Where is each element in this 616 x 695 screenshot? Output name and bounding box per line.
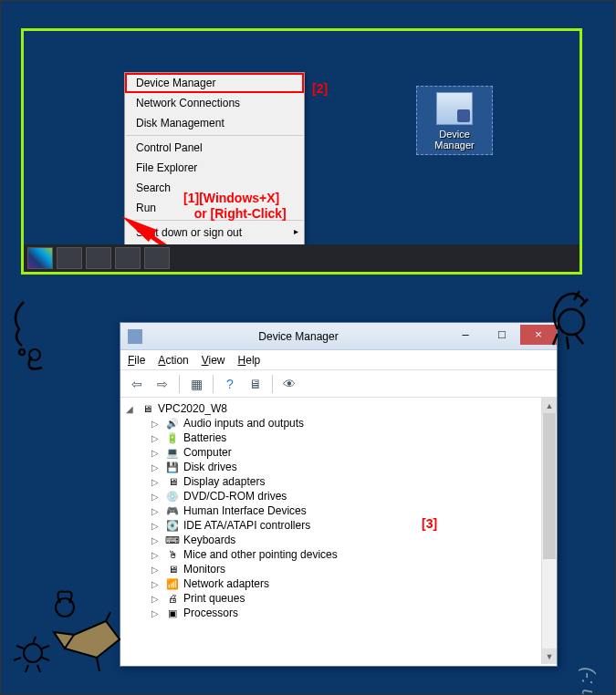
menu-file[interactable]: File bbox=[128, 354, 145, 367]
expand-icon[interactable]: ▷ bbox=[151, 462, 162, 472]
show-hidden-button[interactable]: 👁 bbox=[278, 373, 300, 395]
device-category-icon: 🖥 bbox=[165, 563, 180, 576]
device-category-icon: 📶 bbox=[165, 577, 180, 590]
back-button[interactable]: ⇦ bbox=[126, 373, 148, 395]
tree-node[interactable]: ▷💾Disk drives bbox=[126, 460, 551, 474]
menu-item-device-manager[interactable]: Device Manager bbox=[125, 73, 304, 93]
collapse-icon[interactable]: ◢ bbox=[126, 404, 136, 414]
taskbar-icon[interactable] bbox=[115, 247, 141, 269]
annotation-1: [1][Windows+X] or [Right-Click] bbox=[183, 191, 311, 222]
expand-icon[interactable]: ▷ bbox=[151, 506, 162, 516]
expand-icon[interactable]: ▷ bbox=[151, 433, 162, 443]
window-icon bbox=[128, 329, 142, 344]
tree-node[interactable]: ▷🖥Monitors bbox=[126, 562, 551, 576]
menu-item-file-explorer[interactable]: File Explorer bbox=[125, 158, 304, 178]
tree-node-label: DVD/CD-ROM drives bbox=[183, 490, 287, 503]
scrollbar[interactable]: ▲ ▼ bbox=[541, 398, 557, 664]
expand-icon[interactable]: ▷ bbox=[151, 477, 162, 487]
expand-icon[interactable]: ▷ bbox=[151, 550, 162, 560]
tree-node[interactable]: ▷⌨Keyboards bbox=[126, 533, 551, 547]
tree-node[interactable]: ▷📶Network adapters bbox=[126, 576, 551, 591]
expand-icon[interactable]: ▷ bbox=[151, 448, 162, 458]
tree-node[interactable]: ▷🔋Batteries bbox=[126, 430, 551, 445]
menu-action[interactable]: Action bbox=[158, 354, 188, 367]
device-category-icon: 🖱 bbox=[165, 548, 180, 561]
scroll-down-icon[interactable]: ▼ bbox=[542, 648, 557, 664]
tree-node-label: Network adapters bbox=[183, 577, 269, 590]
svg-point-1 bbox=[559, 309, 584, 335]
titlebar[interactable]: Device Manager – □ × bbox=[120, 323, 557, 350]
annotation-3: [3] bbox=[422, 516, 437, 531]
tree-node[interactable]: ▷🎮Human Interface Devices bbox=[126, 503, 551, 518]
expand-icon[interactable]: ▷ bbox=[151, 535, 162, 545]
menu-help[interactable]: Help bbox=[238, 354, 261, 367]
tree-node[interactable]: ▷▣Processors bbox=[126, 606, 551, 620]
expand-icon[interactable]: ▷ bbox=[151, 565, 162, 575]
tree-node[interactable]: ▷🖨Print queues bbox=[126, 591, 551, 606]
computer-icon: 🖥 bbox=[140, 402, 154, 415]
tree-node[interactable]: ▷💽IDE ATA/ATAPI controllers bbox=[126, 518, 551, 533]
expand-icon[interactable]: ▷ bbox=[151, 608, 162, 618]
tree-node-label: Computer bbox=[183, 446, 232, 459]
tree-node[interactable]: ▷🖥Display adapters bbox=[126, 474, 551, 489]
expand-icon[interactable]: ▷ bbox=[151, 521, 162, 531]
annotation-2: [2] bbox=[312, 81, 328, 96]
expand-icon[interactable]: ▷ bbox=[151, 579, 162, 589]
help-button[interactable]: ? bbox=[219, 373, 241, 395]
forward-button[interactable]: ⇨ bbox=[151, 373, 173, 395]
tree-node[interactable]: ▷💻Computer bbox=[126, 445, 551, 460]
tree-node-label: Mice and other pointing devices bbox=[183, 548, 338, 561]
watermark: www.SoftwareOK.com :-) bbox=[576, 667, 597, 695]
device-tree: www.SoftwareOK.com :-) ◢ 🖥 VPC2020_W8 ▷🔊… bbox=[120, 398, 557, 664]
tree-node-label: Human Interface Devices bbox=[183, 504, 307, 517]
menu-view[interactable]: View bbox=[202, 354, 225, 367]
menubar: File Action View Help bbox=[120, 350, 557, 370]
tree-node-label: Disk drives bbox=[183, 461, 237, 473]
doodle-icon bbox=[10, 585, 129, 685]
device-manager-icon bbox=[436, 92, 473, 125]
tree-root[interactable]: ◢ 🖥 VPC2020_W8 bbox=[126, 401, 551, 416]
scroll-thumb[interactable] bbox=[543, 413, 556, 559]
taskbar-icon[interactable] bbox=[86, 247, 111, 269]
device-category-icon: 🖨 bbox=[165, 592, 180, 605]
taskbar-icon[interactable] bbox=[57, 247, 82, 269]
doodle-icon bbox=[5, 293, 60, 375]
toolbar: ⇦ ⇨ ▦ ? 🖥 👁 bbox=[120, 370, 557, 398]
device-category-icon: ⌨ bbox=[165, 534, 180, 546]
tree-node-label: Print queues bbox=[183, 592, 245, 605]
properties-button[interactable]: ▦ bbox=[185, 373, 207, 395]
tree-node-label: Audio inputs and outputs bbox=[183, 417, 304, 430]
device-category-icon: 🖥 bbox=[165, 475, 180, 488]
taskbar bbox=[24, 244, 579, 272]
menu-item-disk-management[interactable]: Disk Management bbox=[125, 113, 304, 133]
maximize-button[interactable]: □ bbox=[484, 325, 520, 345]
start-button[interactable] bbox=[27, 247, 53, 269]
expand-icon[interactable]: ▷ bbox=[151, 594, 162, 604]
desktop-icon-label: Device Manager bbox=[419, 129, 490, 150]
tree-node[interactable]: ▷🔊Audio inputs and outputs bbox=[126, 416, 551, 430]
tree-node-label: Keyboards bbox=[183, 534, 235, 546]
expand-icon[interactable]: ▷ bbox=[151, 492, 162, 502]
scroll-up-icon[interactable]: ▲ bbox=[542, 398, 557, 413]
svg-point-0 bbox=[29, 349, 40, 360]
expand-icon[interactable]: ▷ bbox=[151, 419, 162, 429]
window-title: Device Manager bbox=[150, 330, 447, 343]
menu-item-network-connections[interactable]: Network Connections bbox=[125, 93, 304, 113]
device-category-icon: 🔋 bbox=[165, 431, 180, 444]
desktop-shortcut-device-manager[interactable]: Device Manager bbox=[416, 86, 493, 155]
toolbar-separator bbox=[213, 375, 214, 393]
tree-node-label: Display adapters bbox=[183, 475, 265, 488]
tree-node[interactable]: ▷🖱Mice and other pointing devices bbox=[126, 547, 551, 562]
taskbar-icon[interactable] bbox=[144, 247, 170, 269]
scan-button[interactable]: 🖥 bbox=[245, 373, 266, 395]
tree-node-label: Monitors bbox=[183, 563, 225, 576]
menu-item-control-panel[interactable]: Control Panel bbox=[125, 138, 304, 158]
minimize-button[interactable]: – bbox=[447, 325, 484, 345]
device-category-icon: 💿 bbox=[165, 490, 180, 503]
tree-node-label: IDE ATA/ATAPI controllers bbox=[183, 519, 310, 532]
tree-node[interactable]: ▷💿DVD/CD-ROM drives bbox=[126, 489, 551, 503]
device-category-icon: 🔊 bbox=[165, 417, 180, 430]
device-category-icon: 🎮 bbox=[165, 504, 180, 517]
submenu-arrow-icon: ▸ bbox=[294, 226, 298, 236]
close-button[interactable]: × bbox=[520, 325, 557, 345]
